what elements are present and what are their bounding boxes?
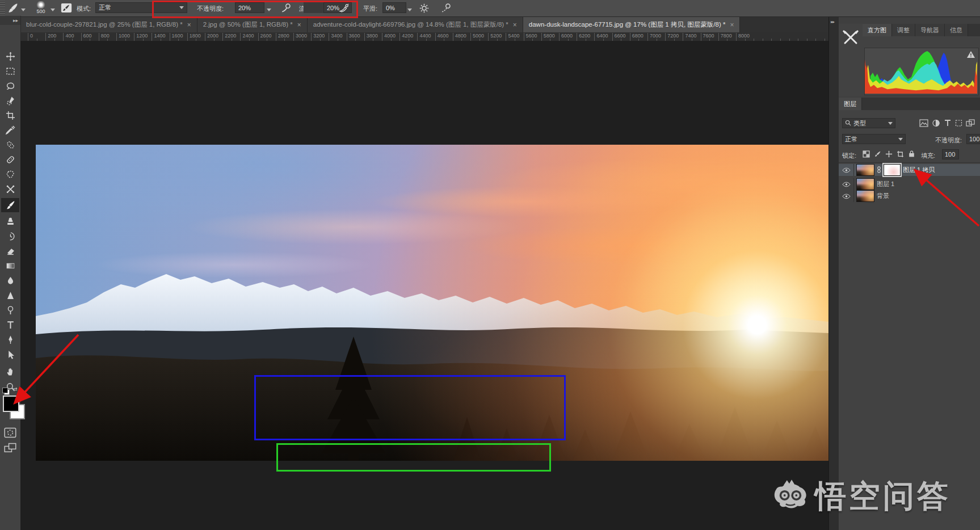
brush-picker-chevron[interactable] [51, 6, 55, 12]
healing-brush-tool[interactable] [1, 153, 19, 167]
type-tool[interactable] [1, 318, 19, 332]
quick-mask-icon[interactable] [4, 427, 16, 439]
lock-position-icon[interactable] [885, 150, 893, 159]
move-tool[interactable] [1, 49, 19, 64]
layer-thumbnail[interactable] [856, 190, 874, 202]
blend-mode-dropdown[interactable]: 正常 [842, 134, 906, 144]
fill-field[interactable]: 100 [942, 149, 959, 159]
crop-tool[interactable] [1, 108, 19, 123]
smoothing-label: 平滑: [363, 5, 377, 13]
filter-adjustment-layers-icon[interactable] [932, 119, 940, 128]
rectangular-marquee-tool[interactable] [1, 64, 19, 78]
crossed-brushes-icon[interactable] [842, 30, 859, 47]
spot-healing-brush-tool[interactable] [1, 138, 19, 152]
hand-tool[interactable] [1, 364, 19, 378]
quick-selection-tool[interactable] [1, 94, 19, 108]
layer-name[interactable]: 背景 [877, 192, 889, 200]
swap-colors-icon[interactable]: ⇄ [13, 386, 18, 392]
watermark: 悟空问答 [772, 476, 951, 518]
eraser-tool[interactable] [1, 244, 19, 258]
filter-type-layers-icon[interactable] [944, 119, 952, 128]
lock-pixels-icon[interactable] [874, 150, 881, 159]
mask-link-icon[interactable] [877, 166, 881, 174]
eyedropper-tool[interactable] [1, 123, 19, 137]
collapse-panels-icon[interactable]: ▸▸ [831, 19, 834, 24]
blue-rectangle-annotation [254, 375, 566, 440]
layer-thumbnail[interactable] [856, 178, 874, 190]
clone-stamp-tool[interactable] [1, 214, 19, 228]
wukong-logo-icon [772, 478, 809, 515]
patch-tool[interactable] [1, 167, 19, 182]
close-icon[interactable]: × [513, 22, 517, 28]
blur-tool[interactable] [1, 274, 19, 288]
toggle-brush-panel-icon[interactable] [60, 2, 73, 15]
tab-adjustments[interactable]: 调整 [892, 24, 915, 36]
dodge-tool[interactable] [1, 303, 19, 317]
tab-adventure-cold-daylight[interactable]: adventure-cold-daylight-669796.jpg @ 14.… [308, 17, 523, 32]
tab-dawn-dusk-landscape[interactable]: dawn-dusk-landscape-67715.jpg @ 17% (图层 … [523, 17, 741, 32]
layer-row-background[interactable]: 背景 [839, 190, 980, 202]
layer-row-copy[interactable]: 图层 1 拷贝 [839, 164, 980, 176]
layer-thumbnail[interactable] [856, 164, 874, 176]
tab-histogram[interactable]: 直方图 [863, 24, 892, 36]
filter-shape-layers-icon[interactable] [954, 119, 963, 128]
filter-type-value: 类型 [853, 119, 866, 128]
lock-artboard-icon[interactable] [897, 150, 904, 159]
tool-preset-chevron[interactable] [21, 6, 26, 12]
tab-label: 图层 [844, 100, 856, 108]
tab-2jpg[interactable]: 2.jpg @ 50% (图层 1, RGB/8) * × [197, 17, 308, 32]
layer-opacity-label: 不透明度: [935, 136, 962, 145]
tab-info[interactable]: 信息 [945, 24, 968, 36]
path-selection-tool[interactable] [1, 348, 19, 362]
tab-navigator[interactable]: 导航器 [915, 24, 945, 36]
close-icon[interactable]: × [297, 22, 301, 28]
visibility-eye-icon[interactable] [839, 164, 854, 176]
brush-tool-preset-icon[interactable] [7, 3, 19, 14]
smoothing-field[interactable]: 0% [382, 2, 406, 13]
close-icon[interactable]: × [730, 22, 734, 28]
history-brush-tool[interactable] [1, 229, 19, 243]
default-colors-icon[interactable] [2, 388, 10, 395]
histogram-panel-group: 直方图 调整 导航器 信息 [839, 24, 980, 96]
close-icon[interactable]: × [187, 22, 191, 28]
layer-name[interactable]: 图层 1 [877, 180, 894, 188]
filter-smart-object-icon[interactable] [966, 119, 975, 128]
gradient-tool[interactable] [1, 259, 19, 273]
canvas-pasteboard[interactable] [20, 41, 828, 530]
gear-icon[interactable] [419, 3, 430, 15]
pen-tool[interactable] [1, 333, 19, 347]
layer-filter-dropdown[interactable]: 类型 [842, 118, 895, 128]
layer-row-1[interactable]: 图层 1 [839, 178, 980, 190]
fill-label: 填充: [921, 152, 935, 160]
options-bar-grip[interactable] [0, 0, 5, 16]
screen-mode-icon[interactable] [4, 443, 16, 455]
filter-chevron-icon [888, 122, 893, 125]
visibility-eye-icon[interactable] [839, 190, 854, 202]
fill-value: 100 [945, 151, 955, 158]
tab-layers[interactable]: 图层 [839, 98, 862, 110]
brush-preset-picker[interactable]: 500 [33, 1, 49, 16]
layers-panel-group: 图层 类型 正常 不透明度: 100 锁定: [839, 98, 980, 530]
tab-blur-cold-couple[interactable]: blur-cold-couple-297821.jpg @ 25% (图层 1,… [20, 17, 197, 32]
brush-tool[interactable] [1, 198, 19, 212]
sharpen-tool[interactable] [1, 288, 19, 302]
lock-all-icon[interactable] [908, 150, 915, 159]
layer-name[interactable]: 图层 1 拷贝 [903, 166, 935, 174]
panel-dock-divider[interactable]: ▸▸ [828, 17, 839, 530]
visibility-eye-icon[interactable] [839, 178, 854, 190]
watermark-text: 悟空问答 [815, 476, 951, 518]
layer-mask-thumbnail[interactable] [884, 164, 901, 176]
tab-label: 导航器 [920, 26, 939, 35]
content-aware-move-tool[interactable] [1, 182, 19, 196]
toolbar-collapse-icon[interactable]: ▸▸ [0, 16, 20, 25]
brush-tip-preview [36, 1, 45, 9]
pressure-size-icon[interactable] [440, 3, 452, 14]
tab-label: 直方图 [868, 26, 886, 35]
layer-opacity-field[interactable]: 100 [966, 134, 980, 144]
foreground-color-swatch[interactable] [3, 396, 19, 412]
smoothing-chevron[interactable] [407, 6, 412, 12]
lasso-tool[interactable] [1, 79, 19, 93]
green-rectangle-annotation [276, 443, 551, 472]
lock-transparency-icon[interactable] [863, 150, 870, 159]
filter-image-layers-icon[interactable] [919, 119, 928, 128]
